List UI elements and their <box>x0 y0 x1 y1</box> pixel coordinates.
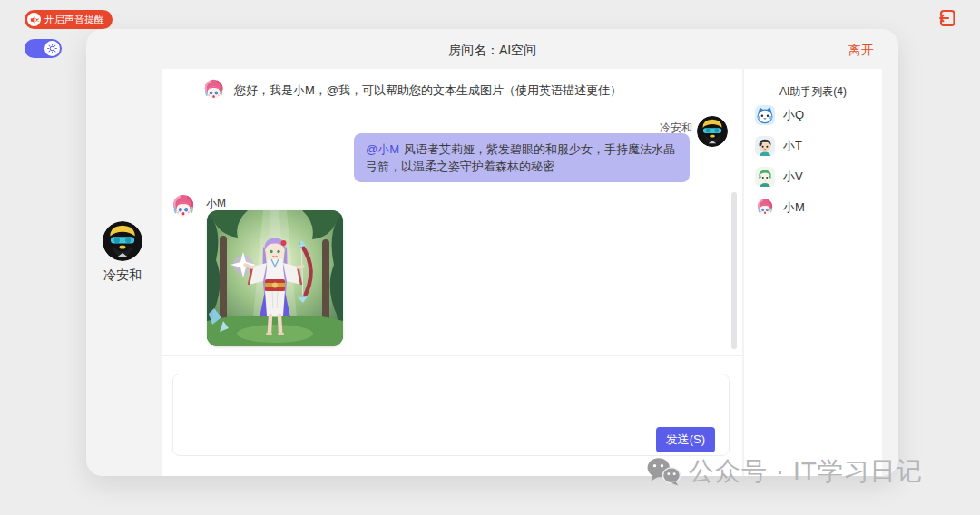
avatar-xiaot <box>755 136 775 156</box>
avatar-xiaoq <box>755 105 775 125</box>
sound-alert-label: 开启声音提醒 <box>44 10 104 29</box>
toggle-knob <box>44 41 60 56</box>
exit-room-button[interactable] <box>934 5 959 31</box>
chat-column: 您好，我是小M，@我，可以帮助您的文本生成图片（使用英语描述更佳） 冷安和 @小… <box>162 69 742 476</box>
send-button[interactable]: 发送(S) <box>656 427 715 452</box>
assistant-item-xiaot[interactable]: 小T <box>755 131 882 161</box>
sun-icon <box>47 44 57 53</box>
avatar-xiaom <box>201 78 226 102</box>
logout-icon <box>934 5 959 31</box>
assistant-item-xiaoq[interactable]: 小Q <box>755 100 882 131</box>
avatar-current-user <box>103 221 142 261</box>
sound-alert-button[interactable]: 开启声音提醒 <box>24 10 113 29</box>
user-message-bubble: @小M风语者艾莉娅，紫发碧眼的和服少女，手持魔法水晶弓箭，以温柔之姿守护着森林的… <box>354 133 690 182</box>
assistant-item-xiaom[interactable]: 小M <box>755 192 882 223</box>
assistant-name: 小V <box>783 169 803 185</box>
generated-image[interactable] <box>207 210 343 346</box>
composer-area: 发送(S) <box>162 356 742 476</box>
assistant-message-sender: 小M <box>206 196 226 211</box>
assistant-list-title: AI助手列表(4) <box>744 84 882 100</box>
chat-room-window: 房间名：AI空间 离开 您好，我是小M，@我，可以帮助您的文本生成图片（使用英语… <box>86 29 898 476</box>
messages-area: 您好，我是小M，@我，可以帮助您的文本生成图片（使用英语描述更佳） 冷安和 @小… <box>162 69 742 356</box>
avatar-xiaom-small <box>755 198 775 218</box>
avatar-xiaom <box>170 193 197 220</box>
messages-scrollbar[interactable] <box>731 192 737 349</box>
assistant-list-panel: AI助手列表(4) 小Q 小T 小V 小M <box>744 69 882 476</box>
leave-room-button[interactable]: 离开 <box>848 29 874 71</box>
message-input[interactable] <box>179 380 723 427</box>
assistant-item-xiaov[interactable]: 小V <box>755 161 882 192</box>
current-user-name: 冷安和 <box>95 267 150 284</box>
speaker-muted-icon <box>27 13 41 26</box>
user-message-text: 风语者艾莉娅，紫发碧眼的和服少女，手持魔法水晶弓箭，以温柔之姿守护着森林的秘密 <box>366 142 675 173</box>
room-header: 房间名：AI空间 离开 <box>86 29 898 69</box>
avatar-xiaov <box>755 167 775 187</box>
assistant-name: 小M <box>783 199 805 216</box>
avatar-user <box>697 116 728 147</box>
message-input-box: 发送(S) <box>172 374 730 456</box>
room-title: 房间名：AI空间 <box>86 29 898 71</box>
assistant-name: 小Q <box>783 107 804 123</box>
greeting-message: 您好，我是小M，@我，可以帮助您的文本生成图片（使用英语描述更佳） <box>234 69 622 112</box>
theme-toggle[interactable] <box>24 39 62 58</box>
mention-tag: @小M <box>366 142 399 156</box>
assistant-name: 小T <box>783 138 802 154</box>
